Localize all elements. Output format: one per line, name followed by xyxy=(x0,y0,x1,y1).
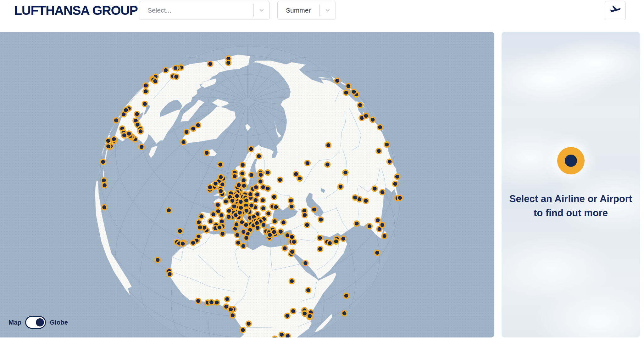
destination-marker[interactable]: Fairbanks xyxy=(225,60,232,66)
destination-marker[interactable]: Sal xyxy=(154,257,161,263)
destination-marker[interactable]: Tokyo xyxy=(345,83,352,89)
destination-marker[interactable]: Denver xyxy=(142,88,149,95)
destination-marker[interactable]: Kathmandu xyxy=(371,185,378,192)
destination-marker[interactable]: Muscat xyxy=(340,235,347,242)
destination-marker[interactable]: Halifax xyxy=(138,144,145,150)
destination-marker[interactable]: Corfu xyxy=(254,225,261,231)
destination-marker[interactable]: Seoul xyxy=(357,102,364,109)
destination-marker[interactable]: Sapporo xyxy=(334,77,341,84)
destination-marker[interactable]: Vagar xyxy=(217,162,224,168)
destination-marker[interactable]: Warsaw xyxy=(254,191,261,198)
destination-marker[interactable]: Rostov xyxy=(288,197,294,204)
destination-marker[interactable]: Abidjan xyxy=(195,298,202,304)
destination-marker[interactable]: Algiers xyxy=(219,230,226,237)
destination-marker[interactable]: Moscow xyxy=(277,177,283,183)
destination-marker[interactable]: Oslo xyxy=(239,170,246,177)
destination-marker[interactable]: Riga xyxy=(257,178,264,185)
destination-marker[interactable]: Ponta Delgada xyxy=(166,207,172,214)
destination-marker[interactable]: Verona xyxy=(236,209,243,216)
destination-marker[interactable]: Thessaloniki xyxy=(260,222,267,228)
destination-marker[interactable]: Fuerteventura xyxy=(180,241,186,247)
destination-marker[interactable]: Yekaterinburg xyxy=(304,160,311,167)
destination-marker[interactable]: Nantes xyxy=(214,202,221,208)
destination-marker[interactable]: Keflavik xyxy=(203,150,210,156)
destination-marker[interactable]: Antalya xyxy=(277,229,284,235)
destination-marker[interactable]: Billund xyxy=(236,182,242,189)
destination-marker[interactable]: Lagos xyxy=(214,299,220,306)
destination-marker[interactable]: Abu Dhabi xyxy=(333,238,340,245)
destination-marker[interactable]: Kyiv xyxy=(271,194,277,200)
destination-marker[interactable]: Poznan xyxy=(247,191,254,198)
destination-marker[interactable]: Kinshasa xyxy=(245,320,252,327)
destination-marker[interactable]: Cluj xyxy=(260,205,267,212)
destination-marker[interactable]: Prague xyxy=(243,197,250,204)
route-map-globe[interactable]: FrankfurtMunichBerlinHamburgDusseldorfCo… xyxy=(0,32,494,337)
destination-marker[interactable]: Bilbao xyxy=(210,211,217,218)
airline-airport-select[interactable]: Select... xyxy=(139,1,270,20)
destination-marker[interactable]: Olbia xyxy=(233,221,240,228)
destination-marker[interactable]: Bratislava xyxy=(248,202,255,209)
flights-button[interactable] xyxy=(605,1,626,20)
destination-marker[interactable]: Karachi xyxy=(353,220,360,227)
destination-marker[interactable]: Belfast xyxy=(212,180,219,187)
destination-marker[interactable]: Tallinn xyxy=(258,172,264,178)
destination-marker[interactable]: Malabo xyxy=(228,306,234,313)
destination-marker[interactable]: Portland xyxy=(172,65,179,71)
map-toggle-label[interactable]: Map xyxy=(8,319,21,326)
destination-marker[interactable]: Abuja xyxy=(224,296,230,303)
destination-marker[interactable]: Almaty xyxy=(342,169,349,176)
destination-marker[interactable]: Havana xyxy=(105,143,112,150)
destination-marker[interactable]: Zanzibar xyxy=(307,313,313,320)
destination-marker[interactable]: Tehran xyxy=(318,216,324,223)
destination-marker[interactable]: Bucharest xyxy=(265,210,272,217)
destination-marker[interactable]: Edmonton xyxy=(173,74,180,80)
destination-marker[interactable]: Luanda xyxy=(240,327,246,333)
destination-marker[interactable]: Bodrum xyxy=(271,229,277,235)
destination-marker[interactable]: Trondheim xyxy=(239,162,246,168)
destination-marker[interactable]: Cancun xyxy=(105,138,112,144)
destination-marker[interactable]: Porto xyxy=(198,213,205,220)
destination-marker[interactable]: Funchal xyxy=(177,228,183,235)
destination-marker[interactable]: Kaliningrad xyxy=(253,184,259,191)
destination-marker[interactable]: Salt Lake City xyxy=(152,78,158,85)
destination-marker[interactable]: Amman xyxy=(291,239,297,245)
destination-marker[interactable]: Colombo xyxy=(381,233,388,239)
destination-marker[interactable]: Marseille xyxy=(225,214,232,220)
destination-marker[interactable]: Male xyxy=(374,250,380,256)
destination-marker[interactable]: Birmingham xyxy=(218,188,224,195)
destination-marker[interactable]: Whitehorse xyxy=(207,61,214,67)
destination-marker[interactable]: Ankara xyxy=(280,219,287,226)
destination-marker[interactable]: Tashkent xyxy=(337,184,344,190)
destination-marker[interactable]: Chengdu xyxy=(375,148,382,154)
destination-marker[interactable]: San Juan xyxy=(101,182,108,189)
destination-marker[interactable]: Stavanger xyxy=(231,173,238,180)
destination-marker[interactable]: Rovaniemi xyxy=(256,153,262,160)
toggle-knob[interactable] xyxy=(36,318,44,326)
destination-marker[interactable]: Bangkok xyxy=(392,181,399,187)
destination-marker[interactable]: Phoenix xyxy=(143,82,149,89)
destination-marker[interactable]: Paderborn xyxy=(234,193,240,199)
destination-marker[interactable]: Hong Kong xyxy=(384,141,390,148)
destination-marker[interactable]: Doha xyxy=(326,240,333,246)
destination-marker[interactable]: Tampa xyxy=(111,136,117,143)
destination-marker[interactable]: Delhi xyxy=(363,198,369,204)
destination-marker[interactable]: Inverness xyxy=(218,174,224,180)
destination-marker[interactable]: Entebbe xyxy=(290,308,297,314)
destination-marker[interactable]: Kolkata xyxy=(379,189,386,196)
destination-marker[interactable]: Shanghai xyxy=(369,116,376,123)
destination-marker[interactable]: Austin xyxy=(123,107,129,114)
destination-marker[interactable]: Nuuk xyxy=(183,129,190,135)
destination-marker[interactable]: Baku xyxy=(311,206,318,213)
destination-marker[interactable]: Ilulissat xyxy=(195,122,202,129)
globe-canvas[interactable]: FrankfurtMunichBerlinHamburgDusseldorfCo… xyxy=(0,32,494,337)
destination-marker[interactable]: Stockholm xyxy=(248,172,255,178)
destination-marker[interactable]: Islamabad xyxy=(352,194,358,201)
destination-marker[interactable]: Erbil xyxy=(304,222,310,228)
destination-marker[interactable]: Astana xyxy=(324,161,331,168)
map-globe-toggle[interactable] xyxy=(25,316,46,329)
destination-marker[interactable]: Ho Chi Minh City xyxy=(394,173,401,180)
destination-marker[interactable]: Samara xyxy=(297,175,303,182)
destination-marker[interactable]: Cairo xyxy=(281,245,288,252)
destination-marker[interactable]: Mexico City xyxy=(113,117,119,124)
destination-marker[interactable]: St Petersburg xyxy=(264,169,271,176)
